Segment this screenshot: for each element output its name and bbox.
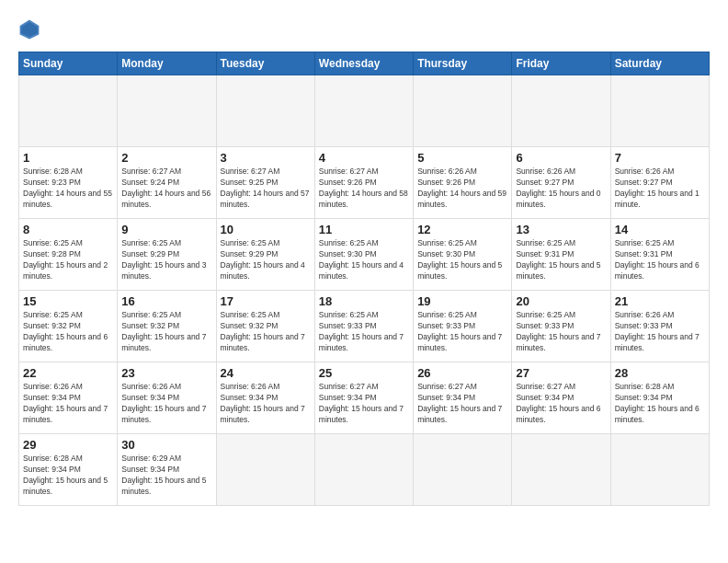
day-info: Sunrise: 6:25 AMSunset: 9:30 PMDaylight:… — [417, 238, 507, 282]
col-thursday: Thursday — [414, 52, 512, 75]
day-info: Sunrise: 6:25 AMSunset: 9:33 PMDaylight:… — [516, 310, 606, 354]
col-wednesday: Wednesday — [314, 52, 413, 75]
day-number: 12 — [417, 223, 507, 236]
table-row: 11Sunrise: 6:25 AMSunset: 9:30 PMDayligh… — [314, 219, 413, 291]
table-row: 6Sunrise: 6:26 AMSunset: 9:27 PMDaylight… — [512, 147, 610, 219]
col-sunday: Sunday — [19, 52, 118, 75]
day-info: Sunrise: 6:25 AMSunset: 9:28 PMDaylight:… — [23, 238, 113, 282]
day-number: 7 — [615, 151, 705, 165]
table-row: 7Sunrise: 6:26 AMSunset: 9:27 PMDaylight… — [610, 147, 709, 219]
table-row — [314, 75, 413, 147]
col-tuesday: Tuesday — [216, 52, 314, 75]
table-row — [414, 75, 512, 147]
day-info: Sunrise: 6:25 AMSunset: 9:31 PMDaylight:… — [516, 238, 606, 282]
calendar-week-row: 29Sunrise: 6:28 AMSunset: 9:34 PMDayligh… — [19, 434, 710, 506]
table-row: 26Sunrise: 6:27 AMSunset: 9:34 PMDayligh… — [414, 362, 512, 434]
day-number: 20 — [516, 294, 606, 308]
day-info: Sunrise: 6:25 AMSunset: 9:33 PMDaylight:… — [319, 310, 409, 354]
day-info: Sunrise: 6:26 AMSunset: 9:34 PMDaylight:… — [221, 382, 311, 426]
day-number: 5 — [417, 151, 507, 165]
table-row: 22Sunrise: 6:26 AMSunset: 9:34 PMDayligh… — [19, 362, 118, 434]
day-number: 25 — [319, 366, 409, 380]
table-row: 21Sunrise: 6:26 AMSunset: 9:33 PMDayligh… — [610, 291, 709, 362]
day-number: 29 — [23, 438, 113, 452]
calendar-week-row: 8Sunrise: 6:25 AMSunset: 9:28 PMDaylight… — [19, 219, 710, 291]
table-row: 24Sunrise: 6:26 AMSunset: 9:34 PMDayligh… — [216, 362, 314, 434]
table-row: 3Sunrise: 6:27 AMSunset: 9:25 PMDaylight… — [216, 147, 314, 219]
day-number: 11 — [319, 223, 409, 236]
calendar-week-row: 22Sunrise: 6:26 AMSunset: 9:34 PMDayligh… — [19, 362, 710, 434]
table-row: 4Sunrise: 6:27 AMSunset: 9:26 PMDaylight… — [314, 147, 413, 219]
table-row: 19Sunrise: 6:25 AMSunset: 9:33 PMDayligh… — [414, 291, 512, 362]
day-info: Sunrise: 6:25 AMSunset: 9:32 PMDaylight:… — [121, 310, 211, 354]
calendar-week-row: 15Sunrise: 6:25 AMSunset: 9:32 PMDayligh… — [19, 291, 710, 362]
logo-icon — [18, 18, 40, 40]
calendar-table: Sunday Monday Tuesday Wednesday Thursday… — [18, 52, 710, 506]
day-number: 24 — [221, 366, 311, 380]
day-info: Sunrise: 6:25 AMSunset: 9:30 PMDaylight:… — [319, 238, 409, 282]
table-row — [610, 75, 709, 147]
day-number: 23 — [121, 366, 211, 380]
table-row — [512, 75, 610, 147]
day-number: 3 — [221, 151, 311, 165]
day-number: 15 — [23, 294, 113, 308]
table-row: 20Sunrise: 6:25 AMSunset: 9:33 PMDayligh… — [512, 291, 610, 362]
table-row: 1Sunrise: 6:28 AMSunset: 9:23 PMDaylight… — [19, 147, 118, 219]
day-info: Sunrise: 6:26 AMSunset: 9:27 PMDaylight:… — [615, 167, 705, 211]
table-row: 10Sunrise: 6:25 AMSunset: 9:29 PMDayligh… — [216, 219, 314, 291]
table-row — [216, 434, 314, 506]
day-number: 6 — [516, 151, 606, 165]
page-container: Sunday Monday Tuesday Wednesday Thursday… — [0, 0, 728, 563]
day-number: 8 — [23, 223, 113, 236]
day-number: 22 — [23, 366, 113, 380]
day-number: 1 — [23, 151, 113, 165]
day-number: 28 — [615, 366, 705, 380]
table-row — [414, 434, 512, 506]
day-number: 16 — [121, 294, 211, 308]
day-info: Sunrise: 6:27 AMSunset: 9:24 PMDaylight:… — [121, 167, 211, 211]
calendar-week-row — [19, 75, 710, 147]
day-info: Sunrise: 6:27 AMSunset: 9:34 PMDaylight:… — [417, 382, 507, 426]
day-info: Sunrise: 6:26 AMSunset: 9:26 PMDaylight:… — [417, 167, 507, 211]
table-row — [610, 434, 709, 506]
table-row: 15Sunrise: 6:25 AMSunset: 9:32 PMDayligh… — [19, 291, 118, 362]
table-row: 12Sunrise: 6:25 AMSunset: 9:30 PMDayligh… — [414, 219, 512, 291]
table-row: 17Sunrise: 6:25 AMSunset: 9:32 PMDayligh… — [216, 291, 314, 362]
day-number: 21 — [615, 294, 705, 308]
day-info: Sunrise: 6:27 AMSunset: 9:25 PMDaylight:… — [221, 167, 311, 211]
day-info: Sunrise: 6:27 AMSunset: 9:34 PMDaylight:… — [516, 382, 606, 426]
table-row: 16Sunrise: 6:25 AMSunset: 9:32 PMDayligh… — [118, 291, 216, 362]
col-saturday: Saturday — [610, 52, 709, 75]
day-info: Sunrise: 6:28 AMSunset: 9:23 PMDaylight:… — [23, 167, 113, 211]
calendar-header-row: Sunday Monday Tuesday Wednesday Thursday… — [19, 52, 710, 75]
day-number: 2 — [121, 151, 211, 165]
header — [18, 18, 710, 40]
table-row: 2Sunrise: 6:27 AMSunset: 9:24 PMDaylight… — [118, 147, 216, 219]
day-info: Sunrise: 6:26 AMSunset: 9:34 PMDaylight:… — [121, 382, 211, 426]
day-info: Sunrise: 6:26 AMSunset: 9:27 PMDaylight:… — [516, 167, 606, 211]
table-row: 18Sunrise: 6:25 AMSunset: 9:33 PMDayligh… — [314, 291, 413, 362]
table-row — [512, 434, 610, 506]
day-info: Sunrise: 6:25 AMSunset: 9:32 PMDaylight:… — [221, 310, 311, 354]
table-row: 29Sunrise: 6:28 AMSunset: 9:34 PMDayligh… — [19, 434, 118, 506]
table-row: 5Sunrise: 6:26 AMSunset: 9:26 PMDaylight… — [414, 147, 512, 219]
day-info: Sunrise: 6:25 AMSunset: 9:29 PMDaylight:… — [221, 238, 311, 282]
day-number: 17 — [221, 294, 311, 308]
day-number: 4 — [319, 151, 409, 165]
day-number: 19 — [417, 294, 507, 308]
table-row: 14Sunrise: 6:25 AMSunset: 9:31 PMDayligh… — [610, 219, 709, 291]
table-row: 28Sunrise: 6:28 AMSunset: 9:34 PMDayligh… — [610, 362, 709, 434]
table-row — [19, 75, 118, 147]
table-row — [314, 434, 413, 506]
table-row: 30Sunrise: 6:29 AMSunset: 9:34 PMDayligh… — [118, 434, 216, 506]
logo — [18, 18, 42, 40]
calendar-week-row: 1Sunrise: 6:28 AMSunset: 9:23 PMDaylight… — [19, 147, 710, 219]
table-row: 27Sunrise: 6:27 AMSunset: 9:34 PMDayligh… — [512, 362, 610, 434]
table-row: 8Sunrise: 6:25 AMSunset: 9:28 PMDaylight… — [19, 219, 118, 291]
day-number: 14 — [615, 223, 705, 236]
day-info: Sunrise: 6:25 AMSunset: 9:31 PMDaylight:… — [615, 238, 705, 282]
day-number: 13 — [516, 223, 606, 236]
day-info: Sunrise: 6:25 AMSunset: 9:29 PMDaylight:… — [121, 238, 211, 282]
day-number: 9 — [121, 223, 211, 236]
table-row — [216, 75, 314, 147]
